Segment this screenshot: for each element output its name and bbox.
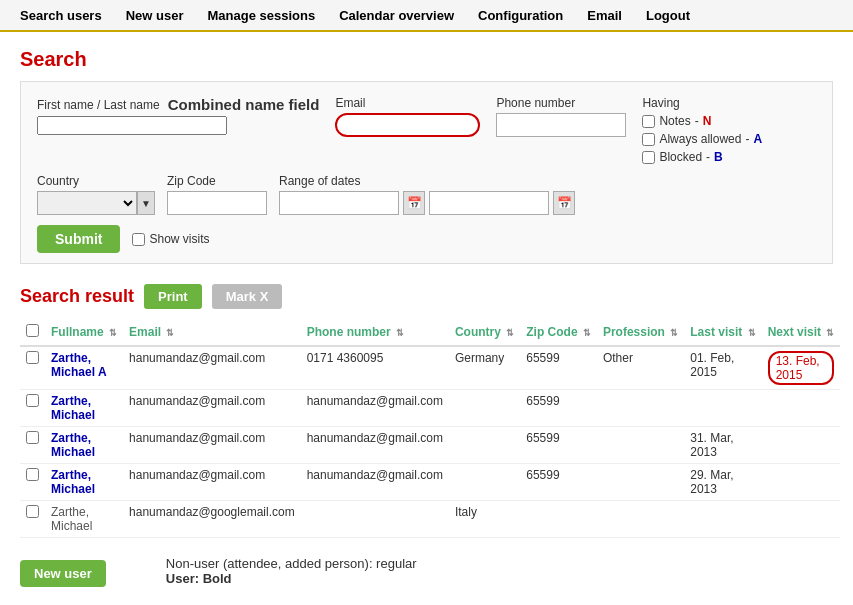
show-visits-label[interactable]: Show visits [132, 232, 209, 246]
phone-sort-icon[interactable]: ⇅ [396, 328, 404, 338]
date-to-calendar-button[interactable]: 📅 [553, 191, 575, 215]
table-row: Zarthe, Michaelhanumandaz@gmail.comhanum… [20, 464, 840, 501]
date-to-input[interactable] [429, 191, 549, 215]
search-form: First name / Last name Combined name fie… [20, 81, 833, 264]
profession-cell-4 [597, 501, 684, 538]
user-legend: User: Bold [166, 571, 417, 586]
row-checkbox-1[interactable] [26, 394, 39, 407]
header-checkbox-col [20, 319, 45, 346]
always-checkbox-label[interactable]: Always allowed - A [642, 132, 762, 146]
country-cell-3 [449, 464, 520, 501]
date-from-input[interactable] [279, 191, 399, 215]
nav-search-users[interactable]: Search users [8, 2, 114, 29]
header-zip[interactable]: Zip Code ⇅ [520, 319, 597, 346]
having-label: Having [642, 96, 762, 110]
phone-cell-1: hanumandaz@gmail.com [301, 390, 449, 427]
phone-group: Phone number [496, 96, 626, 137]
nav-logout[interactable]: Logout [634, 2, 702, 29]
country-label: Country [37, 174, 155, 188]
profession-cell-3 [597, 464, 684, 501]
fullname-link-2[interactable]: Zarthe, Michael [51, 431, 95, 459]
last-visit-sort-icon[interactable]: ⇅ [748, 328, 756, 338]
phone-input[interactable] [496, 113, 626, 137]
last-visit-cell-2: 31. Mar, 2013 [684, 427, 761, 464]
header-fullname[interactable]: Fullname ⇅ [45, 319, 123, 346]
table-row: Zarthe, Michaelhanumandaz@gmail.comhanum… [20, 427, 840, 464]
header-last-visit[interactable]: Last visit ⇅ [684, 319, 761, 346]
header-country[interactable]: Country ⇅ [449, 319, 520, 346]
legend: Non-user (attendee, added person): regul… [126, 556, 417, 586]
blocked-checkbox-label[interactable]: Blocked - B [642, 150, 762, 164]
country-select[interactable] [37, 191, 137, 215]
email-group: Email hanumandaz [335, 96, 480, 137]
nav-email[interactable]: Email [575, 2, 634, 29]
phone-cell-4 [301, 501, 449, 538]
next-visit-sort-icon[interactable]: ⇅ [826, 328, 834, 338]
profession-cell-2 [597, 427, 684, 464]
print-button[interactable]: Print [144, 284, 202, 309]
select-all-checkbox[interactable] [26, 324, 39, 337]
nav-calendar-overview[interactable]: Calendar overview [327, 2, 466, 29]
blocked-checkbox[interactable] [642, 151, 655, 164]
next-visit-cell-0: 13. Feb, 2015 [762, 346, 841, 390]
phone-label: Phone number [496, 96, 626, 110]
country-cell-4: Italy [449, 501, 520, 538]
date-from-calendar-button[interactable]: 📅 [403, 191, 425, 215]
submit-button[interactable]: Submit [37, 225, 120, 253]
fullname-link-4[interactable]: Zarthe, Michael [51, 505, 92, 533]
country-cell-2 [449, 427, 520, 464]
row-checkbox-4[interactable] [26, 505, 39, 518]
row-checkbox-0[interactable] [26, 351, 39, 364]
show-visits-checkbox[interactable] [132, 233, 145, 246]
table-row: Zarthe, Michaelhanumandaz@gmail.comhanum… [20, 390, 840, 427]
new-user-button[interactable]: New user [20, 560, 106, 587]
phone-cell-2: hanumandaz@gmail.com [301, 427, 449, 464]
zip-cell-4 [520, 501, 597, 538]
country-cell-0: Germany [449, 346, 520, 390]
profession-cell-1 [597, 390, 684, 427]
header-phone[interactable]: Phone number ⇅ [301, 319, 449, 346]
submit-row: Submit Show visits [37, 225, 816, 253]
header-email[interactable]: Email ⇅ [123, 319, 301, 346]
email-cell-2: hanumandaz@gmail.com [123, 427, 301, 464]
result-header: Search result Print Mark X [20, 284, 833, 309]
table-row: Zarthe, Michaelhanumandaz@googlemail.com… [20, 501, 840, 538]
header-next-visit[interactable]: Next visit ⇅ [762, 319, 841, 346]
zip-sort-icon[interactable]: ⇅ [583, 328, 591, 338]
date-range-label: Range of dates [279, 174, 575, 188]
nav-configuration[interactable]: Configuration [466, 2, 575, 29]
result-title: Search result [20, 286, 134, 307]
next-visit-cell-1 [762, 390, 841, 427]
result-table: Fullname ⇅ Email ⇅ Phone number ⇅ Countr… [20, 319, 840, 538]
notes-checkbox-label[interactable]: Notes - N [642, 114, 762, 128]
profession-sort-icon[interactable]: ⇅ [670, 328, 678, 338]
fullname-link-3[interactable]: Zarthe, Michael [51, 468, 95, 496]
header-profession[interactable]: Profession ⇅ [597, 319, 684, 346]
fullname-sort-icon[interactable]: ⇅ [109, 328, 117, 338]
markx-button[interactable]: Mark X [212, 284, 283, 309]
zip-cell-3: 65599 [520, 464, 597, 501]
notes-checkbox[interactable] [642, 115, 655, 128]
zip-cell-2: 65599 [520, 427, 597, 464]
always-checkbox[interactable] [642, 133, 655, 146]
email-cell-0: hanumandaz@gmail.com [123, 346, 301, 390]
email-input[interactable]: hanumandaz [335, 113, 480, 137]
name-input[interactable]: zar mich [37, 116, 227, 135]
nav-manage-sessions[interactable]: Manage sessions [195, 2, 327, 29]
country-dropdown-arrow[interactable]: ▼ [137, 191, 155, 215]
row-checkbox-3[interactable] [26, 468, 39, 481]
row-checkbox-2[interactable] [26, 431, 39, 444]
fullname-link-1[interactable]: Zarthe, Michael [51, 394, 95, 422]
last-visit-cell-1 [684, 390, 761, 427]
country-cell-1 [449, 390, 520, 427]
nav-new-user[interactable]: New user [114, 2, 196, 29]
phone-cell-3: hanumandaz@gmail.com [301, 464, 449, 501]
email-sort-icon[interactable]: ⇅ [166, 328, 174, 338]
zip-cell-0: 65599 [520, 346, 597, 390]
name-group: First name / Last name Combined name fie… [37, 96, 319, 135]
fullname-link-0[interactable]: Zarthe, Michael A [51, 351, 107, 379]
country-sort-icon[interactable]: ⇅ [506, 328, 514, 338]
bottom-row: New user Non-user (attendee, added perso… [20, 548, 833, 587]
zip-input[interactable] [167, 191, 267, 215]
zip-cell-1: 65599 [520, 390, 597, 427]
